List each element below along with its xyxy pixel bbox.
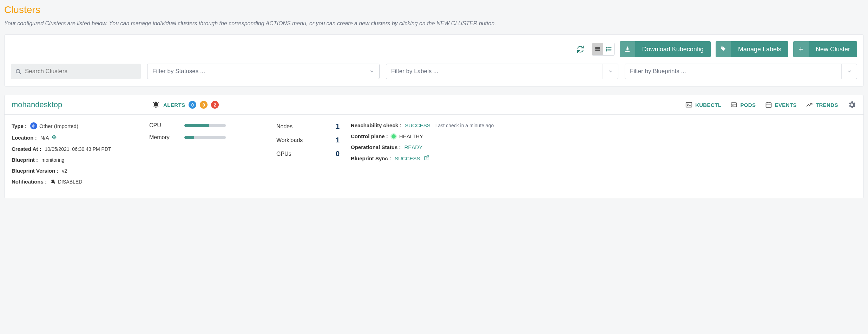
- search-clusters-box[interactable]: [11, 64, 141, 79]
- cpu-bar: [184, 124, 226, 127]
- alert-badge-info[interactable]: 0: [189, 101, 196, 109]
- chevron-down-icon: [841, 64, 857, 79]
- events-label: EVENTS: [775, 102, 797, 108]
- svg-point-6: [606, 49, 607, 50]
- trends-link[interactable]: TRENDS: [806, 101, 838, 108]
- filter-blueprints-select[interactable]: Filter by Blueprints ...: [625, 64, 857, 79]
- refresh-icon: [577, 45, 584, 53]
- list-icon: [606, 46, 612, 52]
- alert-badge-warn[interactable]: 0: [200, 101, 208, 109]
- cluster-settings-button[interactable]: [847, 100, 856, 109]
- operational-status-label: Operational Status :: [351, 144, 401, 150]
- grid-icon: [594, 46, 601, 52]
- svg-rect-0: [595, 47, 600, 49]
- search-clusters-input[interactable]: [25, 68, 137, 75]
- gear-icon: [847, 100, 856, 109]
- operational-status-value: READY: [405, 144, 423, 150]
- reachability-value: SUCCESS: [405, 122, 430, 128]
- svg-rect-12: [686, 102, 692, 107]
- reachability-label: Reachability check :: [351, 122, 401, 128]
- download-kubeconfig-label: Download Kubeconfig: [635, 46, 711, 53]
- download-icon: [620, 41, 635, 57]
- svg-rect-1: [595, 50, 600, 51]
- pods-link[interactable]: PODS: [730, 101, 756, 108]
- memory-bar: [184, 136, 226, 139]
- filter-labels-select[interactable]: Filter by Labels ...: [386, 64, 618, 79]
- alerts-label: ALERTS: [163, 102, 185, 108]
- refresh-button[interactable]: [574, 43, 587, 56]
- cluster-status-column: Reachability check : SUCCESS Last check …: [351, 122, 856, 190]
- workloads-label: Workloads: [276, 137, 303, 143]
- location-value: N/A: [40, 135, 49, 141]
- alert-badge-error[interactable]: 2: [211, 101, 219, 109]
- gpus-value: 0: [336, 150, 340, 158]
- created-at-value: 10/05/2021, 06:30:43 PM PDT: [45, 146, 111, 152]
- toolbar-card: Download Kubeconfig Manage Labels New Cl…: [4, 34, 864, 86]
- location-label: Location :: [12, 135, 37, 141]
- locate-icon[interactable]: [51, 134, 57, 141]
- kubectl-link[interactable]: KUBECTL: [685, 101, 721, 108]
- notifications-value: DISABLED: [58, 179, 82, 185]
- svg-rect-14: [731, 103, 737, 107]
- cpu-label: CPU: [149, 122, 177, 129]
- control-plane-label: Control plane :: [351, 133, 388, 139]
- blueprint-label: Blueprint :: [12, 157, 38, 163]
- gpus-label: GPUs: [276, 151, 291, 157]
- nodes-value: 1: [336, 122, 340, 130]
- blueprint-sync-label: Blueprint Sync :: [351, 155, 391, 161]
- bell-icon: [152, 101, 160, 109]
- chevron-down-icon: [364, 64, 379, 79]
- calendar-icon: [765, 101, 772, 108]
- view-toggle: [592, 43, 615, 56]
- type-value: Other (Imported): [39, 123, 78, 129]
- memory-label: Memory: [149, 134, 177, 141]
- cluster-counts-column: Nodes 1 Workloads 1 GPUs 0: [276, 122, 340, 190]
- svg-line-31: [426, 156, 428, 158]
- created-at-label: Created At :: [12, 146, 41, 152]
- filter-statuses-select[interactable]: Filter by Statuses ...: [147, 64, 380, 79]
- svg-point-7: [606, 50, 607, 51]
- cluster-name-link[interactable]: mohandesktop: [12, 100, 145, 109]
- manage-labels-label: Manage Labels: [731, 46, 788, 53]
- svg-point-5: [606, 47, 607, 48]
- new-cluster-button[interactable]: New Cluster: [793, 41, 857, 57]
- blueprint-version-label: Blueprint Version :: [12, 168, 58, 174]
- workloads-value: 1: [336, 136, 340, 144]
- control-plane-value: HEALTHY: [399, 133, 423, 139]
- open-external-icon[interactable]: [424, 155, 429, 162]
- events-link[interactable]: EVENTS: [765, 101, 797, 108]
- manage-labels-button[interactable]: Manage Labels: [716, 41, 788, 57]
- chevron-down-icon: [603, 64, 618, 79]
- download-kubeconfig-button[interactable]: Download Kubeconfig: [620, 41, 711, 57]
- bell-off-icon: [50, 179, 56, 185]
- plus-icon: [793, 41, 809, 57]
- pods-icon: [730, 101, 737, 108]
- page-title: Clusters: [4, 4, 864, 15]
- trends-label: TRENDS: [816, 102, 838, 108]
- svg-line-11: [19, 72, 20, 73]
- pods-label: PODS: [740, 102, 756, 108]
- cluster-card: mohandesktop ALERTS 0 0 2 KUBECTL PODS E…: [4, 95, 864, 198]
- cluster-resources-column: CPU Memory: [149, 122, 265, 190]
- terminal-icon: [685, 101, 692, 108]
- filter-labels-label: Filter by Labels ...: [386, 68, 603, 75]
- page-subtitle: Your configured Clusters are listed belo…: [4, 20, 864, 27]
- reachability-note: Last check in a minute ago: [435, 123, 494, 128]
- blueprint-sync-value[interactable]: SUCCESS: [395, 155, 420, 161]
- view-grid-button[interactable]: [592, 43, 603, 55]
- view-list-button[interactable]: [603, 43, 614, 55]
- svg-point-25: [53, 137, 54, 138]
- alerts-block[interactable]: ALERTS 0 0 2: [152, 101, 219, 109]
- svg-point-23: [33, 126, 34, 127]
- new-cluster-label: New Cluster: [809, 46, 857, 53]
- filter-statuses-label: Filter by Statuses ...: [147, 68, 364, 75]
- search-icon: [15, 68, 21, 75]
- cluster-header: mohandesktop ALERTS 0 0 2 KUBECTL PODS E…: [5, 95, 863, 115]
- trend-icon: [806, 101, 813, 108]
- filter-blueprints-label: Filter by Blueprints ...: [625, 68, 841, 75]
- kubernetes-icon: [30, 122, 37, 129]
- notifications-label: Notifications :: [12, 179, 47, 185]
- svg-rect-19: [766, 103, 771, 107]
- nodes-label: Nodes: [276, 123, 292, 130]
- kubectl-label: KUBECTL: [695, 102, 721, 108]
